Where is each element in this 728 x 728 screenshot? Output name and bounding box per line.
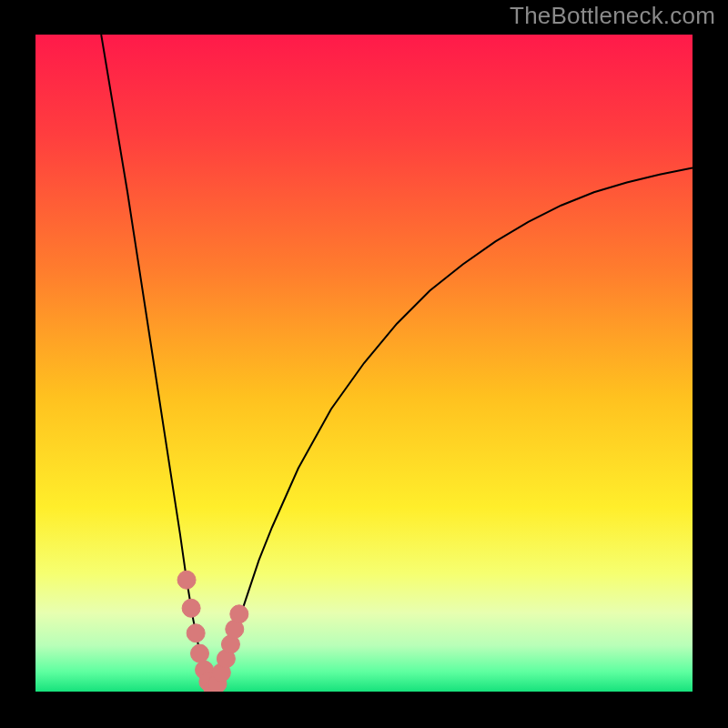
outer-frame: TheBottleneck.com <box>0 0 728 728</box>
watermark-text: TheBottleneck.com <box>510 2 715 30</box>
bottleneck-chart <box>35 35 693 692</box>
marker-point <box>187 624 205 642</box>
marker-point <box>182 599 200 617</box>
marker-point <box>177 571 196 589</box>
marker-point <box>191 644 209 662</box>
marker-point <box>230 605 248 623</box>
plot-area <box>35 35 693 692</box>
